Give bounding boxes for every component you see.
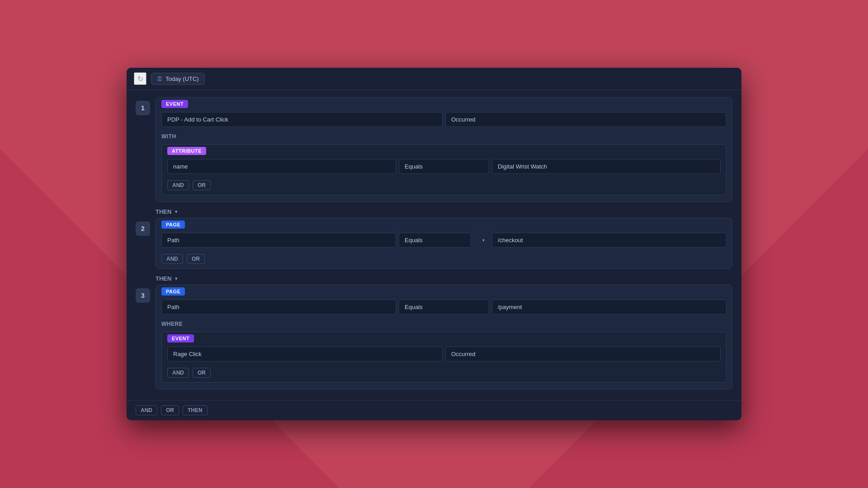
step-2-card: PAGE Path Equals Not Equals Contains Doe… bbox=[156, 218, 732, 269]
step-1-attr-badge-row: ATTRIBUTE bbox=[162, 145, 726, 155]
step-3-event-logic: AND OR bbox=[162, 365, 726, 382]
step-3-where-label: WHERE bbox=[156, 318, 732, 330]
then-chevron-2: ▾ bbox=[175, 276, 177, 281]
step-2-path-field: Path bbox=[161, 233, 396, 248]
refresh-button[interactable]: ↻ bbox=[134, 72, 146, 85]
date-label: Today (UTC) bbox=[165, 75, 199, 82]
step-2-page-badge: PAGE bbox=[161, 221, 185, 229]
bottom-then-btn[interactable]: THEN bbox=[183, 405, 208, 415]
step-3-event-name: Rage Click bbox=[167, 347, 443, 361]
step-1-attribute-card: ATTRIBUTE name Equals Digital Wrist Watc… bbox=[161, 144, 726, 195]
step-3-event-badge: EVENT bbox=[167, 334, 194, 343]
step-2-path-value: /checkout bbox=[492, 233, 726, 248]
step-1-event-name: PDP - Add to Cart Click bbox=[161, 112, 443, 127]
then-label-2: THEN bbox=[156, 275, 171, 282]
then-chevron-1: ▾ bbox=[175, 209, 177, 214]
step-1-attr-row: name Equals Digital Wrist Watch bbox=[162, 155, 726, 178]
step-2-operator-select[interactable]: Equals Not Equals Contains Does Not Cont… bbox=[399, 233, 471, 248]
step-1-wrapper: 1 EVENT PDP - Add to Cart Click Occurred… bbox=[136, 97, 732, 202]
content-area: 1 EVENT PDP - Add to Cart Click Occurred… bbox=[127, 90, 741, 400]
step-1-event-badge: EVENT bbox=[161, 100, 188, 108]
step-3-card: PAGE Path Equals /payment WHERE EVENT Ra… bbox=[156, 285, 732, 389]
step-1-event-row: PDP - Add to Cart Click Occurred bbox=[156, 108, 732, 131]
step-3-event-row: Rage Click Occurred bbox=[162, 343, 726, 365]
step-1-occurred: Occurred bbox=[445, 112, 726, 127]
step-1-attr-and-btn[interactable]: AND bbox=[167, 180, 189, 190]
step-3-event-occurred: Occurred bbox=[445, 347, 721, 361]
step-2-select-chevron: ▾ bbox=[482, 238, 485, 243]
step-1-badge-row: EVENT bbox=[156, 98, 732, 108]
then-label-1: THEN bbox=[156, 208, 171, 215]
step-3-event-and-btn[interactable]: AND bbox=[167, 368, 189, 378]
step-3-operator: Equals bbox=[399, 300, 489, 314]
step-2-and-btn[interactable]: AND bbox=[161, 254, 183, 264]
step-2-badge-row: PAGE bbox=[156, 218, 732, 229]
step-1-attr-or-btn[interactable]: OR bbox=[193, 180, 211, 190]
step-3-wrapper: 3 PAGE Path Equals /payment WHERE EVENT bbox=[136, 285, 732, 389]
main-window: ↻ 🗓 Today (UTC) 1 EVENT PDP - Add to Car… bbox=[127, 68, 741, 420]
step-3-event-or-btn[interactable]: OR bbox=[193, 368, 211, 378]
step-3-path-value: /payment bbox=[492, 300, 726, 314]
step-2-logic: AND OR bbox=[156, 251, 732, 268]
step-2-path-row: Path Equals Not Equals Contains Does Not… bbox=[156, 229, 732, 251]
step-1-attr-operator: Equals bbox=[399, 159, 489, 174]
step-3-badge-row: PAGE bbox=[156, 285, 732, 296]
step-1-attr-value: Digital Wrist Watch bbox=[492, 159, 721, 174]
step-1-with-label: WITH bbox=[156, 131, 732, 142]
step-3-path-field: Path bbox=[161, 300, 396, 314]
step-3-number: 3 bbox=[136, 288, 150, 303]
step-3-event-badge-row: EVENT bbox=[162, 332, 726, 343]
step-1-attr-field[interactable]: name bbox=[167, 159, 396, 174]
calendar-icon: 🗓 bbox=[157, 75, 163, 82]
then-connector-1: THEN ▾ bbox=[136, 206, 732, 218]
step-1-card: EVENT PDP - Add to Cart Click Occurred W… bbox=[156, 97, 732, 202]
step-3-page-badge: PAGE bbox=[161, 287, 185, 296]
step-2-or-btn[interactable]: OR bbox=[187, 254, 205, 264]
step-1-number: 1 bbox=[136, 101, 150, 115]
step-2-wrapper: 2 PAGE Path Equals Not Equals Contains D… bbox=[136, 218, 732, 269]
step-1-attr-logic: AND OR bbox=[162, 178, 726, 195]
bottom-bar: AND OR THEN bbox=[127, 400, 741, 420]
step-2-number: 2 bbox=[136, 221, 150, 236]
toolbar: ↻ 🗓 Today (UTC) bbox=[127, 68, 741, 90]
bottom-or-btn[interactable]: OR bbox=[161, 405, 179, 415]
date-picker[interactable]: 🗓 Today (UTC) bbox=[151, 73, 205, 85]
then-connector-2: THEN ▾ bbox=[136, 272, 732, 285]
step-3-path-row: Path Equals /payment bbox=[156, 296, 732, 318]
step-1-attr-badge: ATTRIBUTE bbox=[167, 147, 206, 155]
bottom-and-btn[interactable]: AND bbox=[136, 405, 157, 415]
step-3-event-card: EVENT Rage Click Occurred AND OR bbox=[161, 332, 726, 383]
step-2-operator-wrapper: Equals Not Equals Contains Does Not Cont… bbox=[399, 233, 489, 248]
